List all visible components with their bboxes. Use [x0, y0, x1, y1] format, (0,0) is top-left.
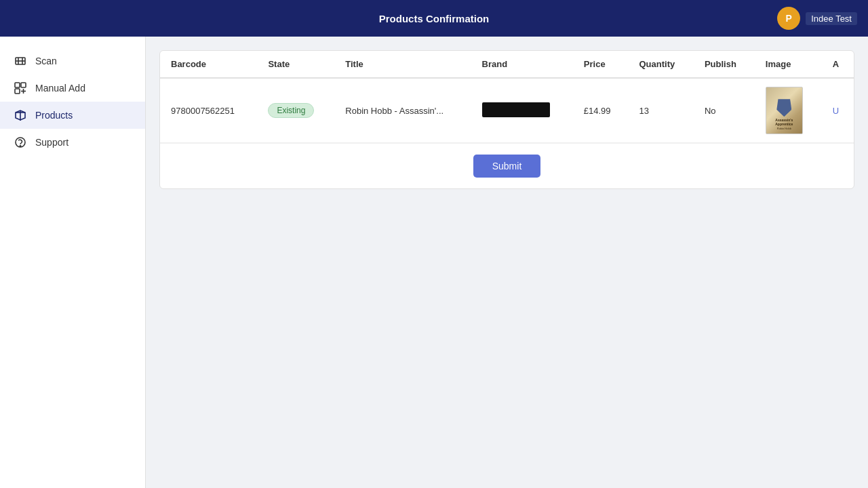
- page-title: Products Confirmation: [379, 13, 490, 24]
- sidebar-item-support-label: Support: [35, 137, 68, 148]
- cell-publish: No: [694, 78, 755, 143]
- col-publish: Publish: [694, 51, 755, 78]
- cell-state: Existing: [257, 78, 334, 143]
- submit-area: Submit: [160, 143, 854, 188]
- cell-barcode: 9780007562251: [160, 78, 257, 143]
- main-layout: Scan Manual Add: [0, 37, 868, 488]
- col-state: State: [257, 51, 334, 78]
- cell-image: Assassin'sApprenticeRobin Hobb: [755, 78, 822, 143]
- sidebar: Scan Manual Add: [0, 37, 146, 488]
- col-barcode: Barcode: [160, 51, 257, 78]
- support-icon: [14, 136, 27, 149]
- avatar: P: [777, 7, 800, 30]
- state-badge: Existing: [268, 103, 314, 118]
- cell-brand: [471, 78, 573, 143]
- svg-rect-6: [15, 89, 20, 94]
- sidebar-item-scan[interactable]: Scan: [0, 47, 145, 75]
- main-content: Barcode State Title Brand Price Quantity…: [146, 37, 868, 488]
- sidebar-item-manual-add[interactable]: Manual Add: [0, 75, 145, 102]
- products-icon: [14, 108, 27, 122]
- book-image-inner: Assassin'sApprenticeRobin Hobb: [766, 87, 802, 134]
- col-image: Image: [755, 51, 822, 78]
- brand-color-block: [482, 102, 550, 117]
- sidebar-item-products[interactable]: Products: [0, 102, 145, 129]
- col-title: Title: [334, 51, 471, 78]
- table-row: 9780007562251 Existing Robin Hobb - Assa…: [160, 78, 854, 143]
- manual-add-icon: [14, 81, 27, 95]
- sidebar-item-manual-add-label: Manual Add: [35, 83, 85, 94]
- user-area: P Indee Test: [777, 7, 857, 30]
- sidebar-item-support[interactable]: Support: [0, 129, 145, 156]
- book-shield-icon: [776, 99, 791, 117]
- sidebar-item-scan-label: Scan: [35, 56, 57, 66]
- col-quantity: Quantity: [629, 51, 694, 78]
- cell-price: £14.99: [573, 78, 629, 143]
- sidebar-item-products-label: Products: [35, 110, 73, 121]
- app-header: Products Confirmation P Indee Test: [0, 0, 868, 37]
- table-header-row: Barcode State Title Brand Price Quantity…: [160, 51, 854, 78]
- action-link[interactable]: U: [833, 106, 839, 116]
- products-table-card: Barcode State Title Brand Price Quantity…: [159, 50, 854, 189]
- cell-title: Robin Hobb - Assassin'...: [334, 78, 471, 143]
- user-name: Indee Test: [806, 12, 857, 25]
- products-table: Barcode State Title Brand Price Quantity…: [160, 51, 854, 143]
- submit-button[interactable]: Submit: [473, 155, 541, 178]
- col-action: A: [822, 51, 854, 78]
- book-title-text: Assassin'sApprenticeRobin Hobb: [775, 118, 793, 131]
- book-image: Assassin'sApprenticeRobin Hobb: [766, 87, 803, 134]
- cell-quantity: 13: [629, 78, 694, 143]
- col-brand: Brand: [471, 51, 573, 78]
- svg-rect-5: [21, 83, 26, 87]
- svg-point-12: [20, 146, 21, 147]
- scan-icon: [14, 54, 27, 68]
- cell-action[interactable]: U: [822, 78, 854, 143]
- col-price: Price: [573, 51, 629, 78]
- svg-rect-4: [15, 83, 20, 87]
